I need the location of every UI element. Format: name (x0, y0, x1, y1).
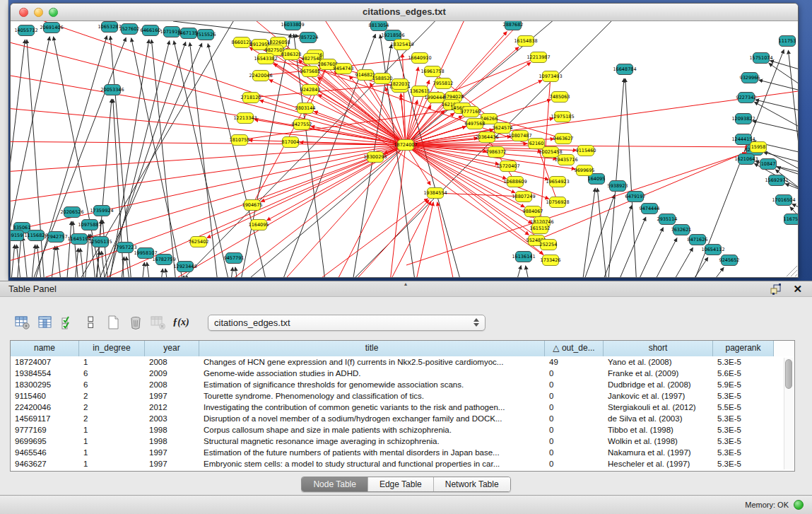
graph-node[interactable]: 12213343 (233, 113, 257, 124)
graph-node[interactable]: 16033809 (281, 21, 304, 30)
table-row[interactable]: 1872400712008Changes of HCN gene express… (11, 356, 794, 368)
tab-network-table[interactable]: Network Table (434, 477, 510, 491)
graph-node[interactable]: 17359924 (90, 206, 113, 216)
network-selector[interactable]: citations_edges.txt (208, 315, 486, 331)
scrollbar-thumb[interactable] (785, 359, 792, 389)
graph-node[interactable]: 39159 (11, 230, 24, 241)
graph-node[interactable]: 10653287 (98, 22, 121, 33)
close-window-button[interactable] (19, 8, 28, 17)
graph-node[interactable]: 7485063 (550, 92, 570, 103)
graph-node[interactable]: 16961758 (420, 66, 444, 77)
graph-node[interactable]: 116753 (784, 214, 798, 225)
graph-node[interactable]: 10973493 (539, 71, 562, 82)
graph-node[interactable]: 1164095 (249, 220, 269, 230)
graph-node[interactable]: 12213987 (526, 52, 550, 63)
table-row[interactable]: 1938455462009Genome-wide association stu… (11, 368, 794, 379)
graph-node[interactable]: 12505135 (88, 237, 112, 247)
graph-node[interactable]: 62160 (529, 139, 545, 149)
table-row[interactable]: 2242004622012Investigating the contribut… (11, 402, 794, 413)
graph-node[interactable]: 7857224 (298, 33, 319, 43)
graph-node[interactable]: 8471626 (688, 235, 708, 245)
function-builder-button[interactable]: ƒ(x) (170, 313, 192, 332)
graph-node[interactable]: 817004 (282, 137, 300, 148)
graph-node[interactable]: 8813054 (369, 21, 389, 31)
graph-node[interactable]: 1822037 (390, 79, 411, 90)
column-header-short[interactable]: short (604, 341, 713, 356)
show-columns-button[interactable] (34, 313, 57, 332)
graph-node[interactable]: 9777169 (461, 107, 481, 117)
graph-node[interactable]: 8427552 (292, 119, 312, 130)
close-panel-icon[interactable]: ✕ (793, 284, 802, 294)
graph-node[interactable]: 7955812 (433, 78, 454, 89)
graph-node[interactable]: 15751074 (749, 53, 772, 64)
table-row[interactable]: 969969511998Structural magnetic resonanc… (11, 436, 794, 447)
graph-node[interactable]: 20364436 (475, 132, 498, 143)
graph-node[interactable]: 10847 (760, 159, 777, 170)
graph-node[interactable]: 2887682 (503, 21, 524, 30)
graph-node[interactable]: 1527602 (119, 24, 140, 35)
graph-node[interactable]: 19654923 (546, 177, 569, 187)
graph-node[interactable]: 16640910 (408, 53, 431, 64)
column-header-pagerank[interactable]: pagerank (713, 341, 774, 356)
graph-node[interactable]: 22420046 (249, 71, 272, 81)
graph-node[interactable]: 9463627 (553, 134, 574, 144)
graph-node[interactable]: 9699695 (575, 165, 595, 176)
window-resize-grip[interactable] (784, 263, 798, 277)
table-row[interactable]: 911546021997Tourette syndrome. Phenomeno… (11, 390, 794, 402)
graph-node[interactable]: 8186328 (281, 49, 302, 60)
graph-node[interactable]: 1615152 (530, 223, 551, 234)
graph-node[interactable]: 6479197 (625, 192, 646, 202)
tab-edge-table[interactable]: Edge Table (368, 477, 434, 491)
table-row[interactable]: 1830029562008Estimation of significance … (11, 379, 794, 390)
graph-node[interactable]: 9884067 (523, 206, 543, 217)
table-row[interactable]: 1456911722003Disruption of a novel membe… (11, 413, 794, 424)
graph-node[interactable]: 14055712 (14, 25, 37, 36)
table-row[interactable]: 946362711997Embryonic stem cells: a mode… (11, 458, 794, 469)
create-column-button[interactable] (102, 313, 124, 332)
graph-node[interactable]: 9245652 (719, 255, 740, 266)
graph-node[interactable]: 8660123 (232, 37, 252, 48)
graph-node[interactable]: 10688609 (503, 177, 526, 187)
graph-node[interactable]: 2803144 (295, 103, 316, 114)
column-header-year[interactable]: year (145, 341, 199, 356)
table-vertical-scrollbar[interactable] (784, 358, 793, 469)
column-header-out_de[interactable]: △ out_de... (545, 341, 604, 356)
minimize-window-button[interactable] (34, 8, 43, 17)
graph-node[interactable]: 2935114 (657, 214, 678, 225)
graph-node[interactable]: 9457791 (224, 253, 245, 264)
graph-node[interactable]: 9242843 (300, 85, 321, 95)
graph-node[interactable]: 20691406 (40, 23, 63, 33)
float-panel-icon[interactable] (770, 284, 782, 295)
graph-node[interactable]: 7986372 (486, 147, 507, 158)
graph-node[interactable]: 17016504 (772, 195, 795, 206)
graph-node[interactable]: 12093822 (731, 114, 755, 124)
graph-node[interactable]: 1810755 (230, 135, 250, 146)
delete-table-button[interactable] (147, 313, 170, 332)
graph-node[interactable]: 16648784 (613, 64, 636, 75)
graph-node[interactable]: 6497568 (465, 119, 486, 129)
select-columns-button[interactable] (57, 313, 79, 332)
column-header-title[interactable]: title (199, 341, 545, 356)
graph-node[interactable]: 8454743 (334, 64, 354, 74)
graph-node[interactable]: 9227342 (736, 93, 757, 103)
graph-node[interactable]: 7515526 (196, 30, 216, 40)
network-window-titlebar[interactable]: citations_edges.txt (11, 4, 798, 21)
graph-node[interactable]: 1904675 (242, 200, 263, 211)
graph-node[interactable]: 7632621 (671, 225, 692, 235)
graph-node[interactable]: 16136141 (512, 252, 535, 262)
column-header-in_degree[interactable]: in_degree (79, 341, 145, 356)
graph-node[interactable]: 9329966 (740, 73, 760, 83)
graph-node[interactable]: 3624574 (493, 123, 513, 134)
graph-node[interactable]: 9474444 (640, 204, 660, 214)
column-header-name[interactable]: name (11, 341, 79, 356)
table-row[interactable]: 946554611997Estimation of the future num… (11, 447, 794, 458)
graph-node[interactable]: 1733426 (541, 255, 561, 266)
graph-node[interactable]: 10807487 (508, 131, 531, 141)
graph-node[interactable]: 111753 (779, 36, 796, 47)
graph-node[interactable]: 6466160 (141, 25, 161, 36)
graph-node[interactable]: 12975185 (551, 112, 574, 122)
graph-node[interactable]: 12923448 (173, 262, 196, 272)
graph-node[interactable]: 9115460 (576, 146, 596, 156)
graph-node[interactable]: 10975887 (78, 220, 101, 230)
network-canvas[interactable]: 1405571220691406106532871527602646616010… (11, 21, 798, 277)
